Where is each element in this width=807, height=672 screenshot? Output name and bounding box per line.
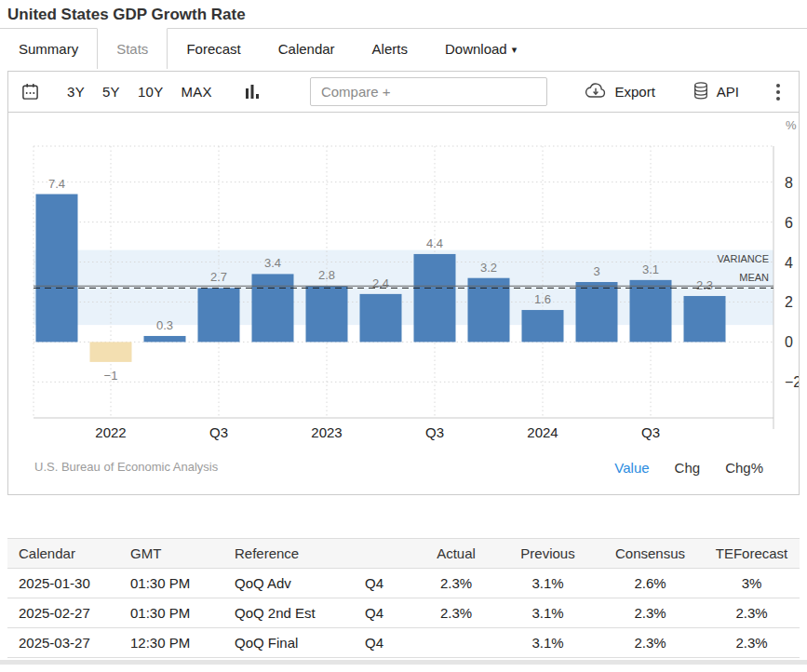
- cell-gmt: 01:30 PM: [121, 598, 225, 628]
- range-button-5y[interactable]: 5Y: [102, 84, 120, 100]
- cell-gmt: 12:30 PM: [121, 628, 225, 658]
- x-tick-label: Q3: [425, 424, 444, 440]
- series-link-chgpct[interactable]: Chg%: [725, 460, 763, 476]
- x-tick-label: Q3: [209, 424, 228, 440]
- bar: [252, 274, 294, 342]
- column-header-gmt: GMT: [121, 539, 225, 569]
- variance-label: VARIANCE: [718, 253, 769, 264]
- bar: [198, 288, 240, 342]
- table-row[interactable]: 2025-03-2712:30 PMQoQ FinalQ43.1%2.3%2.3…: [7, 628, 800, 658]
- bar-value-label: 7.4: [48, 177, 65, 191]
- column-header-reference: Reference: [225, 539, 356, 569]
- cell-gmt: 01:30 PM: [121, 569, 225, 598]
- gdp-growth-bar-chart: 7.4−10.32.73.42.82.44.43.21.633.12.3VARI…: [8, 113, 799, 444]
- bar: [576, 282, 618, 342]
- calendar-icon[interactable]: [21, 83, 39, 101]
- column-header-consensus: Consensus: [597, 539, 704, 569]
- cell-reference: QoQ 2nd Est: [225, 598, 356, 628]
- api-button[interactable]: API: [693, 81, 739, 103]
- y-tick-label: 2: [785, 294, 793, 310]
- column-header-actual: Actual: [413, 539, 499, 569]
- cell-previous: 3.1%: [499, 628, 597, 658]
- bar: [90, 342, 132, 361]
- bar-value-label: 2.8: [318, 268, 335, 282]
- bar-value-label: 3.2: [480, 261, 497, 275]
- cloud-download-icon: [585, 82, 607, 102]
- range-button-10y[interactable]: 10Y: [138, 84, 164, 100]
- range-buttons: 3Y5Y10YMAX: [67, 84, 230, 100]
- mean-label: MEAN: [739, 272, 769, 283]
- x-tick-label: 2023: [311, 424, 342, 440]
- cell-reference: QoQ Final: [225, 628, 356, 658]
- cell-calendar: 2025-02-27: [7, 598, 121, 628]
- chart-toolbar: 3Y5Y10YMAX: [8, 72, 799, 113]
- tab-calendar[interactable]: Calendar: [260, 28, 354, 69]
- cell-actual: 2.3%: [413, 569, 499, 598]
- bar: [522, 310, 564, 342]
- kebab-menu-icon[interactable]: [774, 82, 782, 102]
- data-source: U.S. Bureau of Economic Analysis: [34, 460, 218, 474]
- bar: [144, 336, 186, 342]
- page-title: United States GDP Growth Rate: [0, 0, 807, 28]
- cell-calendar: 2025-03-27: [7, 628, 121, 658]
- x-tick-label: 2022: [95, 424, 126, 440]
- series-link-chg[interactable]: Chg: [675, 460, 701, 476]
- database-icon: [693, 81, 709, 103]
- bar-value-label: −1: [104, 369, 118, 383]
- y-tick-label: 0: [785, 334, 793, 350]
- tab-bar: SummaryStatsForecastCalendarAlertsDownlo…: [0, 28, 807, 69]
- unit-label: %: [786, 118, 797, 132]
- page: United States GDP Growth Rate SummarySta…: [0, 0, 807, 665]
- next-section-edge: [0, 660, 807, 665]
- cell-actual: [413, 628, 499, 658]
- bar-value-label: 3.4: [264, 256, 281, 270]
- cell-teforecast: 3%: [704, 569, 800, 598]
- calendar-table: CalendarGMTReferenceActualPreviousConsen…: [7, 538, 800, 658]
- column-header-calendar: Calendar: [7, 539, 121, 569]
- range-button-max[interactable]: MAX: [182, 84, 212, 100]
- cell-teforecast: 2.3%: [704, 598, 800, 628]
- bar-value-label: 2.7: [210, 270, 227, 284]
- table-row[interactable]: 2025-01-3001:30 PMQoQ AdvQ42.3%3.1%2.6%3…: [7, 569, 800, 598]
- bar: [36, 195, 78, 343]
- column-header-reference-period: [356, 539, 413, 569]
- cell-teforecast: 2.3%: [704, 628, 800, 658]
- chevron-down-icon: ▾: [512, 44, 518, 55]
- bar: [684, 296, 726, 342]
- bar: [630, 280, 672, 343]
- cell-actual: 2.3%: [413, 598, 499, 628]
- tab-summary[interactable]: Summary: [0, 28, 97, 69]
- export-button[interactable]: Export: [585, 82, 654, 102]
- tab-forecast[interactable]: Forecast: [168, 28, 259, 69]
- x-tick-label: 2024: [527, 424, 558, 440]
- bar-value-label: 3: [593, 264, 599, 278]
- bar: [306, 286, 348, 342]
- compare-input[interactable]: [310, 77, 548, 106]
- export-label: Export: [614, 84, 654, 100]
- cell-: Q4: [356, 598, 413, 628]
- column-header-previous: Previous: [499, 539, 597, 569]
- range-button-3y[interactable]: 3Y: [67, 84, 85, 100]
- series-link-value[interactable]: Value: [614, 460, 649, 476]
- api-label: API: [717, 84, 739, 100]
- tab-alerts[interactable]: Alerts: [354, 28, 426, 69]
- table-row[interactable]: 2025-02-2701:30 PMQoQ 2nd EstQ42.3%3.1%2…: [7, 598, 800, 628]
- series-toggle-links: ValueChgChg%: [614, 460, 763, 476]
- y-tick-label: 4: [785, 255, 793, 271]
- tab-bar-filler: [535, 28, 807, 69]
- bar-value-label: 4.4: [426, 236, 443, 250]
- cell-: Q4: [356, 569, 413, 598]
- column-header-teforecast: TEForecast: [704, 539, 800, 569]
- cell-reference: QoQ Adv: [225, 569, 356, 598]
- bar-chart-icon[interactable]: [245, 84, 260, 101]
- chart-panel: 3Y5Y10YMAX: [7, 71, 800, 495]
- tab-stats[interactable]: Stats: [97, 28, 168, 69]
- tab-download[interactable]: Download▾: [426, 28, 535, 69]
- bar-value-label: 1.6: [534, 292, 551, 306]
- y-tick-label: −2: [785, 374, 799, 390]
- cell-previous: 3.1%: [499, 569, 597, 598]
- bar: [360, 294, 402, 343]
- cell-consensus: 2.3%: [597, 598, 704, 628]
- bar-value-label: 3.1: [642, 262, 659, 276]
- x-tick-label: Q3: [641, 424, 660, 440]
